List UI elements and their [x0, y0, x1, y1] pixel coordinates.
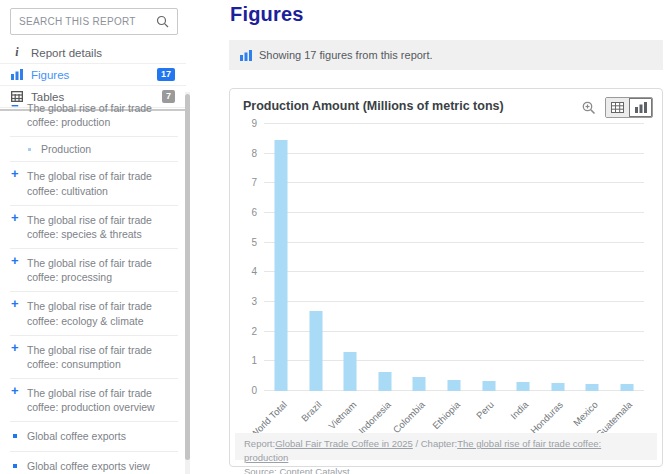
gridline — [264, 153, 644, 154]
y-axis-tick: 7 — [251, 178, 257, 188]
expand-icon[interactable]: + — [11, 341, 19, 354]
gridline — [264, 271, 644, 272]
tree-item-label: The global rise of fair trade coffee: pr… — [27, 257, 152, 283]
collapse-icon[interactable]: − — [11, 99, 19, 112]
tree-item-label: Global coffee exports — [27, 430, 126, 442]
bar-indonesia[interactable] — [378, 372, 391, 391]
tree-item-label: Global coffee exports view — [27, 460, 150, 472]
scrollbar-thumb[interactable] — [185, 94, 190, 460]
y-axis-tick: 4 — [251, 267, 257, 277]
x-axis-label: Mexico — [571, 399, 600, 428]
tree-item-label: The global rise of fair trade coffee: pr… — [27, 387, 155, 413]
menu-label: Report details — [31, 47, 102, 59]
x-axis-label: Indonesia — [356, 399, 393, 436]
expand-icon[interactable]: + — [11, 297, 19, 310]
gridline — [264, 242, 644, 243]
gridline — [264, 182, 644, 183]
tree-item[interactable]: +The global rise of fair trade coffee: c… — [10, 336, 178, 379]
sidebar-item-figures[interactable]: Figures 17 — [0, 64, 186, 86]
x-axis-label: Colombia — [391, 399, 427, 435]
x-axis-label: Brazil — [299, 399, 324, 424]
bar-world-total[interactable] — [275, 140, 288, 391]
bullet-icon — [13, 464, 17, 468]
figure-card-header: Production Amount (Millions of metric to… — [243, 97, 653, 121]
expand-icon[interactable]: + — [11, 211, 19, 224]
bar-colombia[interactable] — [413, 377, 426, 391]
y-axis-tick: 5 — [251, 238, 257, 248]
report-label: Report: — [244, 438, 275, 449]
chart-plot: 0123456789World TotalBrazilVietnamIndone… — [264, 124, 644, 391]
y-axis-tick: 0 — [251, 386, 257, 396]
expand-icon[interactable]: + — [11, 167, 19, 180]
page-title: Figures — [230, 3, 304, 26]
chapter-label: Chapter: — [421, 438, 457, 449]
bar-vietnam[interactable] — [344, 352, 357, 391]
sidebar-scrollbar[interactable] — [185, 92, 190, 474]
bar-peru[interactable] — [482, 381, 495, 391]
bar-guatemala[interactable] — [620, 384, 633, 391]
bar-brazil[interactable] — [309, 311, 322, 391]
tree-item[interactable]: +The global rise of fair trade coffee: s… — [10, 206, 178, 249]
tree-item[interactable]: Global coffee exports view — [10, 452, 178, 474]
tree-item-label: The global rise of fair trade coffee: ec… — [27, 300, 152, 326]
tree-item-label: The global rise of fair trade coffee: co… — [27, 344, 152, 370]
tree-item[interactable]: +The global rise of fair trade coffee: c… — [10, 162, 178, 205]
y-axis-tick: 8 — [251, 149, 257, 159]
expand-icon[interactable]: + — [11, 254, 19, 267]
search-icon[interactable] — [156, 15, 169, 28]
y-axis-tick: 2 — [251, 327, 257, 337]
x-axis-label: Ethiopia — [430, 399, 462, 431]
tree-item-label: The global rise of fair trade coffee: pr… — [27, 102, 152, 128]
report-link[interactable]: Global Fair Trade Coffee in 2025 — [275, 438, 413, 449]
sidebar: i Report details Figures 17 Tables 7 −Th… — [0, 0, 186, 474]
bullet-icon — [13, 434, 17, 438]
chart-title: Production Amount (Millions of metric to… — [243, 97, 504, 113]
zoom-in-icon[interactable] — [582, 100, 598, 116]
figure-card: Production Amount (Millions of metric to… — [229, 88, 663, 467]
search-input[interactable] — [19, 16, 156, 27]
tree-item-label: The global rise of fair trade coffee: cu… — [27, 170, 152, 196]
tree-child-label: Production — [41, 143, 91, 155]
y-axis-tick: 9 — [251, 119, 257, 129]
tree-child-item[interactable]: Production — [10, 137, 178, 162]
view-toggle — [605, 97, 653, 118]
gridline — [264, 301, 644, 302]
y-axis-tick: 3 — [251, 297, 257, 307]
tree-item[interactable]: Global coffee exports — [10, 422, 178, 451]
y-axis-tick: 6 — [251, 208, 257, 218]
bar-honduras[interactable] — [551, 383, 564, 391]
y-axis-tick: 1 — [251, 356, 257, 366]
main-content: Figures Showing 17 figures from this rep… — [229, 0, 663, 474]
sidebar-tree: −The global rise of fair trade coffee: p… — [10, 94, 178, 474]
info-icon: i — [11, 45, 23, 60]
footer-breadcrumb: Report:Global Fair Trade Coffee in 2025 … — [244, 437, 648, 465]
bar-ethiopia[interactable] — [448, 380, 461, 391]
figures-count-banner: Showing 17 figures from this report. — [229, 40, 663, 70]
bar-mexico[interactable] — [586, 384, 599, 391]
expand-icon[interactable]: + — [11, 384, 19, 397]
tree-item[interactable]: +The global rise of fair trade coffee: p… — [10, 379, 178, 422]
tree-item[interactable]: +The global rise of fair trade coffee: e… — [10, 292, 178, 335]
footer-separator: / — [413, 438, 421, 449]
x-axis-label: Honduras — [528, 399, 565, 436]
gridline — [264, 212, 644, 213]
tree-item[interactable]: −The global rise of fair trade coffee: p… — [10, 94, 178, 137]
figure-footer: Report:Global Fair Trade Coffee in 2025 … — [235, 433, 657, 460]
gridline — [264, 123, 644, 124]
tree-item-label: The global rise of fair trade coffee: sp… — [27, 214, 152, 240]
menu-label: Figures — [31, 69, 69, 81]
x-axis-label: India — [509, 399, 531, 421]
x-axis-label: Peru — [474, 399, 496, 421]
figures-count-badge: 17 — [157, 68, 175, 81]
bar-chart-icon — [240, 50, 252, 61]
bar-chart-icon — [11, 69, 23, 80]
chart-view-button[interactable] — [629, 98, 652, 117]
table-view-button[interactable] — [606, 98, 629, 117]
report-search[interactable] — [10, 8, 178, 35]
tree-item[interactable]: +The global rise of fair trade coffee: p… — [10, 249, 178, 292]
bar-india[interactable] — [517, 382, 530, 391]
x-axis-label: Vietnam — [326, 399, 358, 431]
sidebar-item-report-details[interactable]: i Report details — [0, 42, 186, 64]
chart-toolbar — [582, 97, 653, 118]
banner-text: Showing 17 figures from this report. — [259, 49, 433, 61]
